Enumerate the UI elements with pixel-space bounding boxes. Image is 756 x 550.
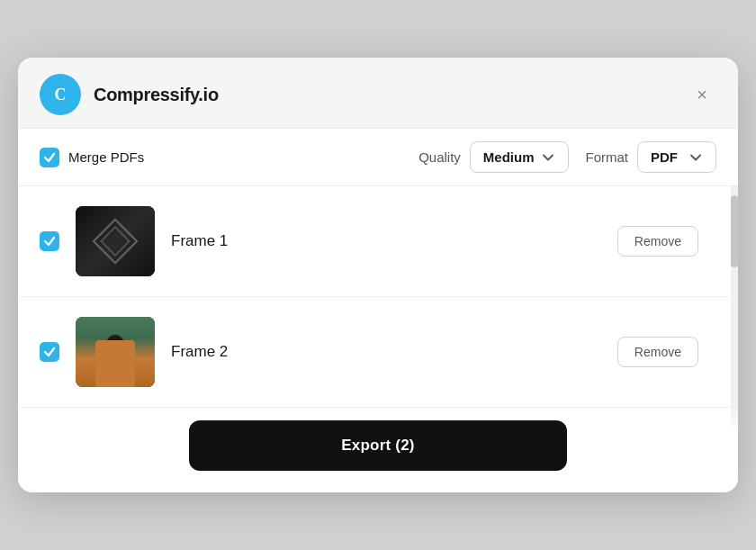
- quality-value: Medium: [483, 149, 535, 165]
- frame-1-checkbox[interactable]: [40, 231, 59, 251]
- frame-item: Frame 1 Remove: [18, 186, 738, 297]
- merge-checkbox-checked: [40, 148, 59, 167]
- titlebar: C Compressify.io ×: [18, 58, 738, 129]
- export-button[interactable]: Export (2): [189, 420, 567, 471]
- frame-2-preview: [76, 317, 155, 387]
- quality-label: Quality: [418, 149, 461, 165]
- checkmark-icon: [43, 235, 56, 248]
- frame-2-remove-button[interactable]: Remove: [617, 337, 698, 367]
- chevron-down-icon: [688, 150, 703, 165]
- close-icon: ×: [697, 86, 707, 104]
- chevron-down-icon: [541, 150, 555, 165]
- format-value: PDF: [651, 149, 678, 165]
- frame-2-thumbnail: [76, 317, 155, 387]
- frame-item: Frame 2 Remove: [18, 297, 738, 408]
- frame-1-thumbnail: [76, 206, 155, 276]
- format-dropdown[interactable]: PDF: [637, 141, 716, 173]
- frame-1-name: Frame 1: [171, 232, 601, 250]
- checkmark-icon: [43, 346, 56, 358]
- frame-1-preview: [76, 206, 155, 276]
- close-button[interactable]: ×: [688, 80, 716, 109]
- merge-label: Merge PDFs: [68, 149, 144, 165]
- export-bar: Export (2): [18, 406, 738, 492]
- format-group: Format PDF: [585, 141, 716, 173]
- app-logo: C: [40, 74, 81, 115]
- svg-text:C: C: [55, 86, 67, 104]
- format-label: Format: [585, 149, 628, 165]
- app-window: C Compressify.io × Merge PDFs Quality Me…: [18, 58, 738, 492]
- checkmark-icon: [43, 151, 56, 164]
- window-body: Frame 1 Remove Frame 2 Remove: [18, 186, 738, 492]
- quality-group: Quality Medium: [418, 141, 569, 173]
- logo-icon: C: [48, 82, 73, 107]
- toolbar: Merge PDFs Quality Medium Format PDF: [18, 129, 738, 186]
- quality-dropdown[interactable]: Medium: [470, 141, 570, 173]
- frame-2-checkbox[interactable]: [40, 342, 59, 362]
- frame-2-name: Frame 2: [171, 343, 601, 361]
- app-title: Compressify.io: [94, 85, 219, 105]
- titlebar-left: C Compressify.io: [40, 74, 219, 115]
- merge-pdfs-checkbox[interactable]: Merge PDFs: [40, 148, 144, 167]
- frame-1-remove-button[interactable]: Remove: [617, 226, 698, 257]
